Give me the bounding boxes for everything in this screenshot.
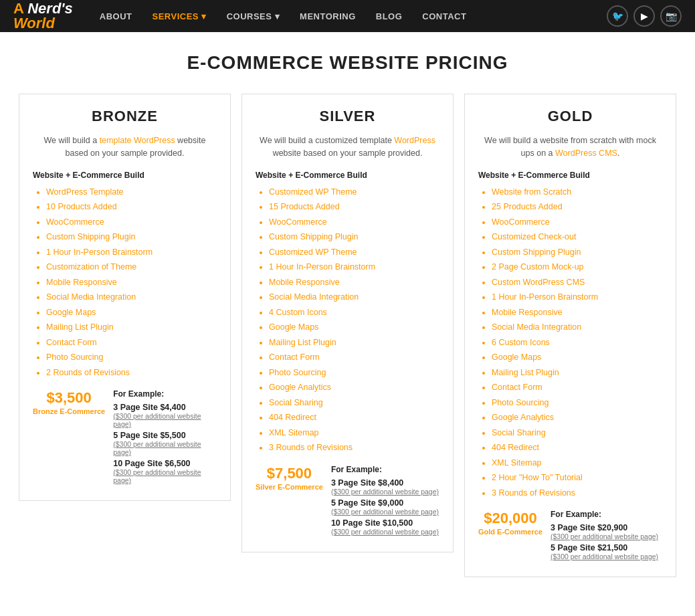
price-tier-row: 3 Page Site $8,400 ($300 per additional … xyxy=(331,478,439,496)
navbar: A Nerd's World ABOUT SERVICES ▾ COURSES … xyxy=(0,0,695,32)
list-item: Mailing List Plugin xyxy=(46,322,217,334)
list-item: 404 Redirect xyxy=(269,412,439,424)
list-item: Custom Shipping Plugin xyxy=(269,231,439,243)
list-item: Mobile Responsive xyxy=(269,277,439,289)
list-item: 2 Page Custom Mock-up xyxy=(492,262,662,274)
silver-price-main: $7,500 xyxy=(256,465,323,482)
bronze-price-examples: For Example:3 Page Site $4,400 ($300 per… xyxy=(113,389,217,487)
tier-note: ($300 per additional website page) xyxy=(551,552,662,560)
nav-blog[interactable]: BLOG xyxy=(376,11,403,21)
tier-name: 3 Page Site $20,900 xyxy=(551,523,662,532)
list-item: Contact Form xyxy=(46,337,217,349)
tier-name: 10 Page Site $10,500 xyxy=(331,518,439,528)
list-item: Photo Sourcing xyxy=(269,367,439,379)
nav-links: ABOUT SERVICES ▾ COURSES ▾ MENTORING BLO… xyxy=(100,11,607,21)
gold-pricing-bottom: $20,000 Gold E-CommerceFor Example:3 Pag… xyxy=(478,510,662,563)
nav-courses[interactable]: COURSES ▾ xyxy=(227,11,280,21)
tier-note: ($300 per additional website page) xyxy=(331,528,439,536)
list-item: Google Analytics xyxy=(492,412,662,424)
silver-for-example-label: For Example: xyxy=(331,465,439,474)
bronze-section-label: Website + E-Commerce Build xyxy=(33,171,217,180)
list-item: Mobile Responsive xyxy=(46,277,217,289)
nav-services[interactable]: SERVICES ▾ xyxy=(153,11,207,21)
tier-name: 5 Page Site $9,000 xyxy=(331,498,439,508)
list-item: Social Sharing xyxy=(269,397,439,409)
list-item: XML Sitemap xyxy=(269,427,439,439)
gold-price-badge: $20,000 Gold E-Commerce xyxy=(478,510,542,536)
pricing-card-bronze: BRONZEWe will build a template WordPress… xyxy=(19,94,231,501)
list-item: Social Media Integration xyxy=(46,292,217,304)
list-item: Social Sharing xyxy=(492,427,662,439)
bronze-for-example-label: For Example: xyxy=(113,389,217,399)
gold-feature-list: Website from Scratch25 Products AddedWoo… xyxy=(478,187,662,500)
list-item: 404 Redirect xyxy=(492,442,662,454)
bronze-pricing-bottom: $3,500 Bronze E-CommerceFor Example:3 Pa… xyxy=(33,389,217,487)
silver-price-badge: $7,500 Silver E-Commerce xyxy=(256,465,323,492)
list-item: Google Maps xyxy=(46,307,217,319)
list-item: WooCommerce xyxy=(46,217,217,229)
list-item: 2 Hour "How To" Tutorial xyxy=(492,472,662,484)
tier-note: ($300 per additional website page) xyxy=(113,468,217,484)
list-item: WooCommerce xyxy=(492,217,662,229)
gold-for-example-label: For Example: xyxy=(551,510,662,519)
pricing-card-silver: SILVERWe will build a customized templat… xyxy=(241,94,454,552)
tier-name: 10 Page Site $6,500 xyxy=(113,459,217,468)
tier-name: 3 Page Site $4,400 xyxy=(113,403,217,412)
bronze-title: BRONZE xyxy=(33,108,217,125)
instagram-icon[interactable]: 📷 xyxy=(660,5,682,27)
nav-contact[interactable]: CONTACT xyxy=(422,11,466,21)
bronze-price-badge: $3,500 Bronze E-Commerce xyxy=(33,389,105,416)
price-tier-row: 5 Page Site $5,500 ($300 per additional … xyxy=(113,431,217,456)
tier-note: ($300 per additional website page) xyxy=(551,532,662,540)
tier-note: ($300 per additional website page) xyxy=(331,508,439,516)
list-item: 15 Products Added xyxy=(269,201,439,213)
list-item: WooCommerce xyxy=(269,217,439,229)
silver-section-label: Website + E-Commerce Build xyxy=(256,171,439,180)
list-item: 2 Rounds of Revisions xyxy=(46,367,217,379)
tier-note: ($300 per additional website page) xyxy=(113,440,217,456)
silver-price-label: Silver E-Commerce xyxy=(256,482,323,492)
list-item: 3 Rounds of Revisions xyxy=(269,442,439,454)
nav-about[interactable]: ABOUT xyxy=(100,11,132,21)
list-item: 3 Rounds of Revisions xyxy=(492,488,662,500)
bronze-desc: We will build a template WordPress websi… xyxy=(33,134,217,160)
pricing-grid: BRONZEWe will build a template WordPress… xyxy=(0,87,695,591)
list-item: Customized WP Theme xyxy=(269,247,439,259)
list-item: Custom Shipping Plugin xyxy=(46,231,217,243)
logo-world: World xyxy=(13,15,55,31)
list-item: Website from Scratch xyxy=(492,187,662,199)
list-item: 1 Hour In-Person Brainstorm xyxy=(46,247,217,259)
gold-price-label: Gold E-Commerce xyxy=(478,527,542,536)
site-logo[interactable]: A Nerd's World xyxy=(13,1,73,31)
social-icons: 🐦 ▶ 📷 xyxy=(607,5,682,27)
tier-name: 3 Page Site $8,400 xyxy=(331,478,439,488)
list-item: Social Media Integration xyxy=(269,292,439,304)
silver-price-examples: For Example:3 Page Site $8,400 ($300 per… xyxy=(331,465,439,538)
tier-name: 5 Page Site $21,500 xyxy=(551,543,662,552)
page-title: E-COMMERCE WEBSITE PRICING xyxy=(0,32,695,87)
list-item: Custom Shipping Plugin xyxy=(492,247,662,259)
nav-mentoring[interactable]: MENTORING xyxy=(300,11,356,21)
gold-desc: We will build a website from scratch wit… xyxy=(478,134,662,160)
silver-desc: We will build a customized template Word… xyxy=(256,134,439,160)
gold-price-main: $20,000 xyxy=(478,510,542,527)
list-item: 1 Hour In-Person Brainstorm xyxy=(492,292,662,304)
list-item: Google Maps xyxy=(269,322,439,334)
list-item: Social Media Integration xyxy=(492,322,662,334)
list-item: WordPress Template xyxy=(46,187,217,199)
youtube-icon[interactable]: ▶ xyxy=(633,5,655,27)
price-tier-row: 10 Page Site $6,500 ($300 per additional… xyxy=(113,459,217,484)
bronze-price-label: Bronze E-Commerce xyxy=(33,407,105,416)
list-item: Customized Check-out xyxy=(492,231,662,243)
tier-note: ($300 per additional website page) xyxy=(113,412,217,428)
pricing-card-gold: GOLDWe will build a website from scratch… xyxy=(464,94,676,577)
list-item: Photo Sourcing xyxy=(492,397,662,409)
list-item: Contact Form xyxy=(269,352,439,364)
list-item: 6 Custom Icons xyxy=(492,337,662,349)
gold-title: GOLD xyxy=(478,108,662,125)
price-tier-row: 3 Page Site $20,900 ($300 per additional… xyxy=(551,523,662,540)
list-item: 1 Hour In-Person Brainstorm xyxy=(269,262,439,274)
price-tier-row: 10 Page Site $10,500 ($300 per additiona… xyxy=(331,518,439,536)
twitter-icon[interactable]: 🐦 xyxy=(607,5,628,27)
list-item: Custom WordPress CMS xyxy=(492,277,662,289)
